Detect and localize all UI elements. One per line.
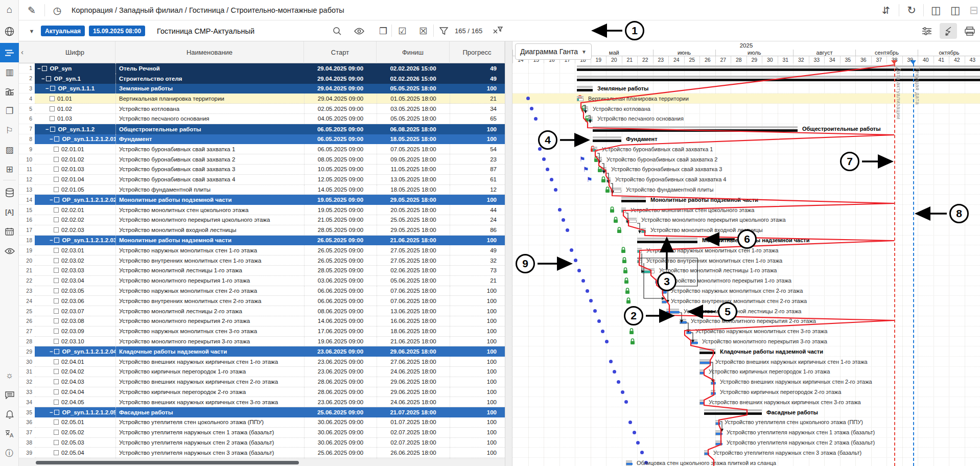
row-checkbox[interactable] — [54, 238, 59, 243]
row-checkbox[interactable] — [54, 430, 59, 435]
table-row[interactable]: 2702.03.09Устройство наружных монолитных… — [19, 327, 505, 337]
row-checkbox[interactable] — [54, 187, 59, 192]
theme-sun-icon[interactable]: ☼ — [0, 366, 19, 385]
table-row[interactable]: 3302.04.04Устройство кирпичных перегород… — [19, 387, 505, 398]
row-checkbox[interactable] — [54, 318, 59, 323]
gantt-row[interactable]: Устройство монолитного перекрытия 1-го э… — [512, 276, 980, 286]
flag-icon[interactable]: ⚐ — [0, 121, 19, 140]
printer-icon[interactable] — [961, 20, 978, 41]
row-checkbox[interactable] — [50, 86, 55, 91]
gantt-row[interactable]: Устройство песчаного основания — [512, 114, 980, 124]
task-bar[interactable] — [584, 108, 588, 111]
sync-icon[interactable]: ⇵ — [877, 0, 895, 20]
row-checkbox[interactable] — [54, 157, 59, 162]
summary-bar[interactable] — [593, 129, 798, 132]
table-row[interactable]: 2802.03.10Устройство монолитного перекры… — [19, 337, 505, 347]
watch-eye-icon[interactable] — [0, 241, 19, 261]
hatch-icon[interactable]: ▨ — [0, 140, 19, 159]
row-checkbox[interactable] — [54, 339, 59, 344]
task-bar[interactable] — [699, 371, 704, 375]
clear-filter-icon[interactable] — [489, 20, 506, 41]
task-bar[interactable] — [597, 159, 602, 162]
gantt-row[interactable]: Устройство наружных монолитных стен 2-го… — [512, 286, 980, 296]
row-checkbox[interactable] — [54, 268, 59, 273]
calendar-icon[interactable] — [0, 222, 19, 241]
gantt-row[interactable]: Земляные работы — [512, 84, 980, 94]
row-checkbox[interactable] — [54, 147, 59, 152]
expander-toggle[interactable]: − — [41, 76, 44, 82]
database-icon[interactable] — [0, 183, 19, 202]
gantt-row[interactable]: Устройство внешних наружных кирпичных ст… — [512, 397, 980, 407]
row-checkbox[interactable] — [50, 96, 55, 101]
settings-sliders-icon[interactable] — [918, 20, 936, 41]
gantt-row[interactable]: Устройство монолитного перекрытия 3-го э… — [512, 337, 980, 347]
table-row[interactable]: 29−OP_syn.1.1.2.1.2.04Кладочные работы н… — [19, 346, 505, 357]
gantt-row[interactable]: Устройство внутренних монолитных стен 2-… — [512, 296, 980, 306]
gantt-row[interactable]: Устройство кирпичных перегородок 2-го эт… — [512, 387, 980, 398]
task-bar[interactable] — [715, 432, 722, 435]
table-row[interactable]: 1902.03.01Устройство наружных монолитных… — [19, 245, 505, 255]
split-horizontal-icon[interactable]: ⊟ — [965, 0, 980, 20]
copies-icon[interactable]: ❐ — [0, 101, 19, 121]
row-checkbox[interactable] — [54, 400, 59, 405]
gantt-row[interactable]: Устройство монолитных стен цокольного эт… — [512, 205, 980, 215]
expander-toggle[interactable]: − — [45, 85, 49, 91]
gantt-row[interactable]: Устройство монолитной лестницы 2-го этаж… — [512, 306, 980, 316]
summary-bar[interactable] — [699, 352, 715, 354]
gantt-row[interactable]: ⚑Устройство буронабивных свай захватка 3 — [512, 165, 980, 175]
table-row[interactable]: 1002.01.02Устройство буронабивных свай з… — [19, 154, 505, 165]
histogram-icon[interactable] — [0, 82, 19, 101]
row-checkbox[interactable] — [54, 329, 59, 334]
gantt-row[interactable]: Устройство буронабивных свай захватка 1 — [512, 144, 980, 154]
task-bar[interactable] — [637, 260, 642, 263]
table-row[interactable]: 1102.01.03Устройство буронабивных свай з… — [19, 165, 505, 175]
expander-toggle[interactable]: − — [50, 197, 53, 203]
gantt-row[interactable]: Устройство внешних наружных кирпичных ст… — [512, 377, 980, 387]
expander-toggle[interactable]: − — [37, 65, 40, 72]
expander-toggle[interactable]: − — [45, 126, 49, 132]
row-checkbox[interactable] — [54, 349, 59, 354]
expander-toggle[interactable]: − — [50, 136, 53, 142]
abbreviation-icon[interactable]: [A] — [0, 202, 19, 222]
globe-icon[interactable] — [0, 21, 19, 41]
gantt-row[interactable]: Облицовка стен цокольного этажа плиткой … — [512, 458, 980, 466]
gantt-row[interactable]: Вертикальная планировка территории — [512, 94, 980, 104]
table-row[interactable]: 3−OP_syn.1.1.1Земляные работы29.04.2025 … — [19, 84, 505, 94]
row-checkbox[interactable] — [54, 298, 59, 304]
table-row[interactable]: 1302.01.05Устройство фундаментной плиты1… — [19, 185, 505, 195]
task-bar[interactable] — [715, 442, 722, 446]
row-checkbox[interactable] — [54, 369, 59, 374]
task-bar[interactable] — [577, 98, 584, 101]
view-selector-dropdown[interactable]: Диаграмма Ганта ▼ — [515, 43, 592, 60]
table-row[interactable]: 1202.01.04Устройство буронабивных свай з… — [19, 175, 505, 185]
gantt-row[interactable]: Устройство котлована — [512, 104, 980, 114]
row-checkbox[interactable] — [54, 379, 59, 384]
row-checkbox[interactable] — [50, 106, 55, 111]
gantt-row[interactable]: Устройство фундаментной плиты — [512, 185, 980, 195]
gantt-row[interactable]: Устройство кирпичных перегородок 1-го эт… — [512, 367, 980, 377]
task-bar[interactable] — [711, 382, 715, 385]
table-row[interactable]: 501.02Устройство котлована02.05.2025 09:… — [19, 104, 505, 114]
table-row[interactable]: 3202.04.03Устройство внешних наружных ки… — [19, 377, 505, 387]
gantt-row[interactable]: Устройство внешних наружных кирпичных ст… — [512, 357, 980, 367]
table-row[interactable]: 3002.04.01Устройство внешних наружных ки… — [19, 357, 505, 367]
summary-bar[interactable] — [577, 89, 593, 91]
task-bar[interactable] — [637, 250, 642, 253]
row-checkbox[interactable] — [50, 116, 55, 121]
gantt-row[interactable]: Устройство внутренних монолитных стен 1-… — [512, 255, 980, 266]
split-right-icon[interactable]: ◫ — [947, 0, 964, 20]
comments-icon[interactable] — [0, 385, 19, 405]
row-checkbox[interactable] — [54, 309, 59, 314]
table-row[interactable]: 3902.05.04Устройство утеплителя наружных… — [19, 448, 505, 458]
summary-bar[interactable] — [704, 412, 762, 415]
row-checkbox[interactable] — [54, 167, 59, 172]
filter-icon[interactable] — [435, 20, 452, 41]
row-checkbox[interactable] — [54, 248, 59, 253]
row-checkbox[interactable] — [50, 127, 55, 132]
table-row[interactable]: 3802.05.03Устройство утеплителя наружных… — [19, 438, 505, 448]
column-header-progress[interactable]: Прогресс — [450, 41, 505, 63]
row-checkbox[interactable] — [54, 450, 59, 455]
task-bar[interactable] — [593, 149, 597, 152]
task-bar[interactable] — [641, 230, 646, 233]
notifications-bell-icon[interactable] — [0, 405, 19, 424]
